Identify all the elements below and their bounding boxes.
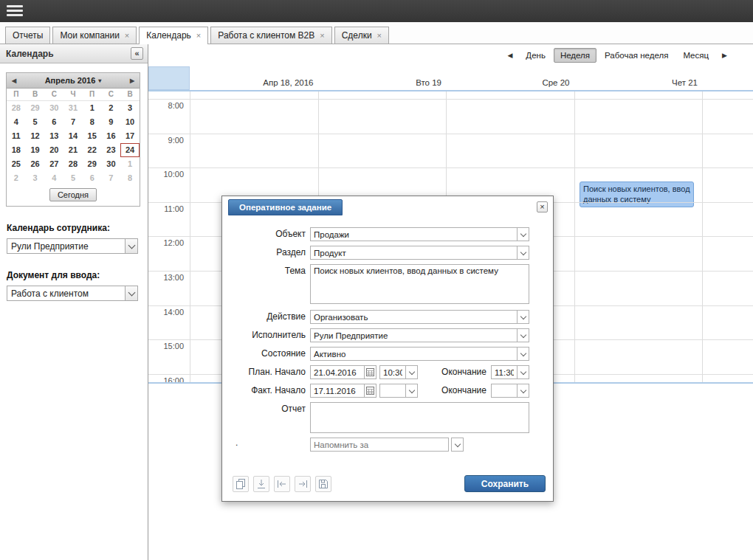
calendar-day[interactable]: 5: [26, 115, 45, 129]
tab-close-icon[interactable]: ×: [320, 32, 324, 39]
tab[interactable]: Сделки×: [334, 27, 389, 44]
employee-input[interactable]: [7, 238, 126, 254]
state-input[interactable]: [310, 347, 518, 361]
calendar-picker-icon[interactable]: [364, 384, 376, 398]
action-input[interactable]: [310, 310, 518, 324]
calendar-day[interactable]: 11: [7, 129, 26, 143]
view-button[interactable]: День: [519, 48, 552, 63]
chevron-down-icon[interactable]: [517, 246, 529, 260]
calendar-day[interactable]: 6: [83, 171, 102, 185]
calendar-day[interactable]: 2: [7, 171, 26, 185]
prev-period-icon[interactable]: ◀: [502, 49, 518, 61]
plan-start-time-input[interactable]: [379, 365, 406, 379]
fact-start-date-input[interactable]: [310, 384, 365, 398]
chevron-down-icon[interactable]: [517, 365, 529, 379]
calendar-day[interactable]: 3: [120, 101, 140, 115]
plan-end-time-input[interactable]: [491, 365, 518, 379]
calendar-day[interactable]: 28: [63, 157, 83, 171]
next-period-icon[interactable]: ▶: [717, 49, 732, 61]
view-button[interactable]: Месяц: [676, 48, 715, 63]
tab-close-icon[interactable]: ×: [377, 32, 382, 39]
chevron-down-icon[interactable]: [405, 384, 418, 398]
chevron-down-icon[interactable]: [517, 227, 529, 241]
calendar-day[interactable]: 29: [26, 101, 45, 115]
calendar-day[interactable]: 17: [120, 129, 140, 143]
fact-start-time-input[interactable]: [379, 384, 406, 398]
calendar-day[interactable]: 26: [26, 157, 45, 171]
section-input[interactable]: [310, 246, 518, 260]
calendar-picker-icon[interactable]: [364, 365, 376, 379]
calendar-day[interactable]: 28: [7, 101, 26, 115]
calendar-day[interactable]: 16: [102, 129, 121, 143]
calendar-day[interactable]: 20: [44, 143, 63, 157]
month-picker[interactable]: Апрель 2016 ▾: [21, 76, 125, 85]
calendar-day[interactable]: 2: [102, 101, 121, 115]
chevron-down-icon[interactable]: [517, 384, 529, 398]
calendar-day[interactable]: 14: [63, 129, 83, 143]
prev-month-icon[interactable]: ◀: [7, 77, 21, 84]
save-icon[interactable]: [315, 476, 331, 492]
view-button[interactable]: Рабочая неделя: [598, 48, 675, 63]
fact-end-time-input[interactable]: [491, 384, 518, 398]
tab-close-icon[interactable]: ×: [125, 32, 129, 39]
tab-close-icon[interactable]: ×: [196, 32, 201, 39]
plan-start-date-input[interactable]: [310, 365, 365, 379]
calendar-day[interactable]: 7: [63, 115, 83, 129]
import-icon[interactable]: [253, 476, 269, 492]
chevron-down-icon[interactable]: [405, 365, 418, 379]
calendar-day[interactable]: 4: [7, 115, 26, 129]
forward-icon[interactable]: [295, 476, 311, 492]
report-textarea[interactable]: [310, 402, 529, 433]
document-input[interactable]: [7, 286, 126, 301]
calendar-day[interactable]: 27: [44, 157, 63, 171]
executor-input[interactable]: [310, 328, 518, 342]
chevron-down-icon[interactable]: [451, 438, 464, 452]
calendar-day[interactable]: 25: [7, 157, 26, 171]
calendar-day[interactable]: 30: [44, 101, 63, 115]
chevron-down-icon[interactable]: [517, 310, 529, 324]
calendar-day[interactable]: 7: [102, 171, 121, 185]
calendar-day[interactable]: 21: [63, 143, 83, 157]
remind-input[interactable]: [310, 438, 449, 452]
today-button[interactable]: Сегодня: [49, 188, 97, 201]
chevron-down-icon[interactable]: [517, 347, 529, 361]
calendar-day[interactable]: 23: [102, 143, 121, 157]
calendar-day[interactable]: 19: [26, 143, 45, 157]
object-input[interactable]: [310, 227, 518, 241]
calendar-day[interactable]: 22: [83, 143, 102, 157]
calendar-day[interactable]: 31: [63, 101, 83, 115]
chevron-down-icon[interactable]: [125, 286, 138, 301]
copy-icon[interactable]: [233, 476, 249, 492]
chevron-down-icon[interactable]: [517, 328, 529, 342]
calendar-day[interactable]: 6: [44, 115, 63, 129]
calendar-day[interactable]: 8: [120, 171, 140, 185]
theme-textarea[interactable]: Поиск новых клиентов, ввод данных в сист…: [310, 264, 529, 304]
calendar-day[interactable]: 9: [102, 115, 121, 129]
calendar-day[interactable]: 15: [83, 129, 102, 143]
calendar-day[interactable]: 1: [83, 101, 102, 115]
calendar-day[interactable]: 3: [26, 171, 45, 185]
tab[interactable]: Отчеты: [5, 27, 50, 44]
view-button[interactable]: Неделя: [554, 48, 596, 63]
calendar-event[interactable]: Поиск новых клиентов, ввод данных в сист…: [580, 182, 694, 207]
back-icon[interactable]: [274, 476, 290, 492]
calendar-day[interactable]: 4: [44, 171, 63, 185]
calendar-day[interactable]: 8: [83, 115, 102, 129]
hamburger-menu-icon[interactable]: [7, 5, 23, 17]
close-icon[interactable]: ×: [537, 201, 548, 212]
tab[interactable]: Мои компании×: [52, 27, 137, 44]
calendar-day[interactable]: 13: [44, 129, 63, 143]
calendar-day[interactable]: 1: [120, 157, 140, 171]
tab[interactable]: Календарь×: [139, 27, 208, 44]
calendar-day[interactable]: 29: [83, 157, 102, 171]
chevron-down-icon[interactable]: [125, 238, 138, 254]
calendar-day[interactable]: 5: [63, 171, 83, 185]
calendar-day[interactable]: 18: [7, 143, 26, 157]
tab[interactable]: Работа с клиентом B2B×: [210, 27, 331, 44]
save-button[interactable]: Сохранить: [464, 475, 546, 492]
calendar-day[interactable]: 10: [120, 115, 140, 129]
calendar-day[interactable]: 12: [26, 129, 45, 143]
calendar-day[interactable]: 24: [120, 143, 140, 157]
collapse-sidebar-icon[interactable]: «: [131, 47, 143, 60]
next-month-icon[interactable]: ▶: [125, 77, 140, 84]
